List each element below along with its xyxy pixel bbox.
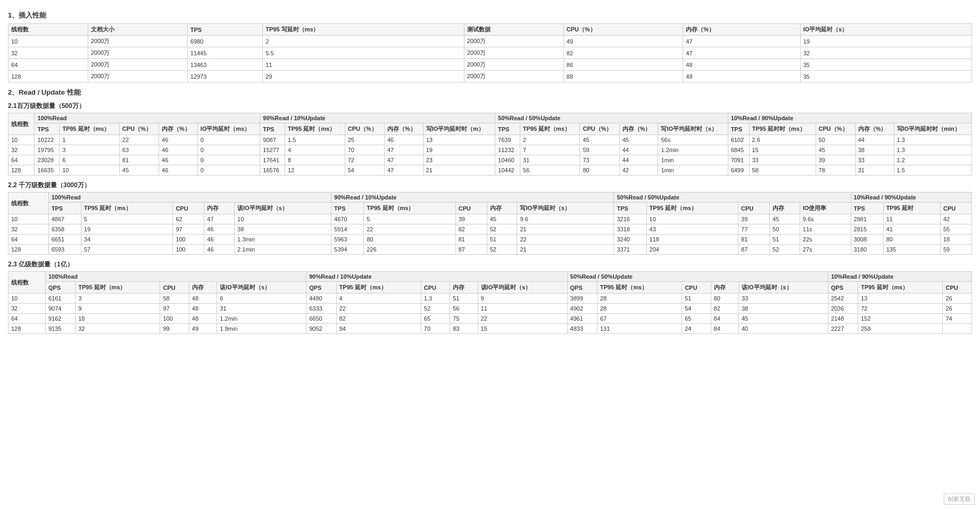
table-row: 64665134100461.3min596380815122324011881… — [9, 235, 972, 245]
section1-table: 线程数 文档大小 TPS TP95 写延时（ms） 测试数据 CPU（%） 内存… — [8, 23, 972, 82]
s1-h0: 线程数 — [9, 24, 88, 36]
sub1-group-10read: 10%Read / 90%Update — [728, 113, 971, 123]
table-row: 3290749974831633322525611490228548238203… — [9, 304, 972, 314]
table-row: 128659357100462.1min53942268752213371204… — [9, 245, 972, 255]
sub1-table: 线程数 100%Read 90%Read / 10%Update 50%Read… — [8, 113, 972, 175]
table-row: 321979536346015277470471911232759441.2mi… — [9, 145, 972, 155]
s1-h6: 内存（%） — [683, 24, 800, 36]
s1-h7: IO平均延时（s） — [800, 24, 971, 36]
sub3-table: 线程数 100%Read 90%Read / 10%Update 50%Read… — [8, 271, 972, 334]
sub2-table: 线程数 100%Read 90%Read / 10%Update 50%Read… — [8, 192, 972, 255]
table-row: 102000万698022000万494719 — [9, 36, 972, 47]
sub2-group-100read: 100%Read — [48, 193, 331, 203]
table-row: 32635819974638591422825221331843775011s2… — [9, 224, 972, 235]
sub3-group-10read: 10%Read / 90%Update — [828, 272, 971, 282]
sub2-group-50read: 50%Read / 50%Update — [614, 193, 851, 203]
sub3-sub-header: QPS TP95 延时（ms） CPU 内存 该IO平均延时（s） QPS TP… — [9, 282, 972, 294]
s1-h1: 文档大小 — [88, 24, 187, 36]
table-row: 6423028681460176418724723104603173441min… — [9, 155, 972, 165]
sub3-title: 2.3 亿级数据量（1亿） — [8, 260, 972, 269]
table-row: 64916218100481.2min665082657522496167658… — [9, 314, 972, 324]
s1-h4: 测试数据 — [464, 24, 563, 36]
sub2-group-90read: 90%Read / 10%Update — [331, 193, 614, 203]
sub2-title: 2.2 千万级数据量（3000万） — [8, 181, 972, 190]
s1-h5: CPU（%） — [563, 24, 683, 36]
sub3-group-100read: 100%Read — [45, 272, 306, 282]
section1-title: 1、插入性能 — [8, 11, 972, 20]
sub1-group-90read: 90%Read / 10%Update — [260, 113, 495, 123]
sub2-sub-header: TPS TP95 延时（ms） CPU 内存 该IO平均延时（s） TPS TP… — [9, 203, 972, 214]
table-row: 106161358486448041.351938992851803325421… — [9, 294, 972, 304]
sub1-group-50read: 50%Read / 50%Update — [495, 113, 728, 123]
table-row: 322000万114455.52000万824732 — [9, 47, 972, 59]
sub3-group-90read: 90%Read / 10%Update — [306, 272, 567, 282]
table-row: 12891353299491.9min905294708315483313124… — [9, 324, 972, 334]
sub2-group-header: 线程数 100%Read 90%Read / 10%Update 50%Read… — [9, 193, 972, 203]
sub3-th-threads: 线程数 — [9, 272, 46, 294]
sub1-group-100read: 100%Read — [35, 113, 260, 123]
section1-header-row: 线程数 文档大小 TPS TP95 写延时（ms） 测试数据 CPU（%） 内存… — [9, 24, 972, 36]
s1-h3: TP95 写延时（ms） — [263, 24, 464, 36]
sub3-group-header: 线程数 100%Read 90%Read / 10%Update 50%Read… — [9, 272, 972, 282]
sub2-group-10read: 10%Read / 90%Update — [851, 193, 971, 203]
table-row: 642000万13463112000万864835 — [9, 59, 972, 71]
sub1-sub-header: TPS TP95 延时（ms） CPU（%） 内存（%） IO平均延时（ms） … — [9, 123, 972, 135]
sub1-th-threads: 线程数 — [9, 113, 35, 135]
sub2-th-threads: 线程数 — [9, 193, 49, 214]
table-row: 1281663510454601657612544721104425680421… — [9, 165, 972, 175]
table-row: 101022212246090871.525461376392454556s61… — [9, 135, 972, 145]
table-row: 1282000万12973292000万884835 — [9, 71, 972, 82]
s1-h2: TPS — [187, 24, 262, 36]
section2-title: 2、Read / Update 性能 — [8, 88, 972, 97]
table-row: 10486756247104670539459.632161039459.6s2… — [9, 214, 972, 224]
sub1-group-header: 线程数 100%Read 90%Read / 10%Update 50%Read… — [9, 113, 972, 123]
sub3-group-50read: 50%Read / 50%Update — [567, 272, 828, 282]
sub1-title: 2.1百万级数据量（500万） — [8, 102, 972, 111]
